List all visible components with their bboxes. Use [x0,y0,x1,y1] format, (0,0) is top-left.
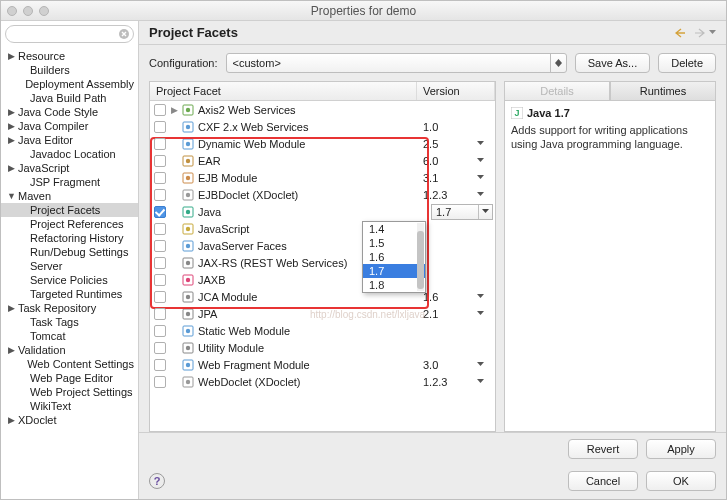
version-dropdown-icon[interactable] [467,192,493,197]
col-version[interactable]: Version [417,82,495,100]
facet-row[interactable]: EJBDoclet (XDoclet)1.2.3 [150,186,495,203]
sidebar-item-refactoring-history[interactable]: Refactoring History [1,231,138,245]
sidebar-item-web-content-settings[interactable]: Web Content Settings [1,357,138,371]
facet-row[interactable]: JavaServer Faces [150,237,495,254]
menu-dropdown-icon[interactable] [709,30,716,35]
facet-checkbox[interactable] [154,121,166,133]
scrollbar-thumb[interactable] [417,231,424,289]
facet-checkbox[interactable] [154,291,166,303]
sidebar-item-targeted-runtimes[interactable]: Targeted Runtimes [1,287,138,301]
sidebar-item-java-compiler[interactable]: ▶Java Compiler [1,119,138,133]
forward-icon[interactable] [693,28,705,38]
facet-row[interactable]: Static Web Module [150,322,495,339]
facet-row[interactable]: Web Fragment Module3.0 [150,356,495,373]
facet-checkbox[interactable] [154,223,166,235]
facet-checkbox[interactable] [154,240,166,252]
sidebar-item-jsp-fragment[interactable]: JSP Fragment [1,175,138,189]
sidebar-item-java-code-style[interactable]: ▶Java Code Style [1,105,138,119]
sidebar-item-validation[interactable]: ▶Validation [1,343,138,357]
ok-button[interactable]: OK [646,471,716,491]
disclosure-icon[interactable]: ▶ [7,415,16,425]
facet-checkbox[interactable] [154,189,166,201]
back-icon[interactable] [675,28,689,38]
sidebar-item-server[interactable]: Server [1,259,138,273]
sidebar-item-builders[interactable]: Builders [1,63,138,77]
facet-checkbox[interactable] [154,308,166,320]
facet-checkbox[interactable] [154,342,166,354]
facet-checkbox[interactable] [154,172,166,184]
facet-checkbox[interactable] [154,325,166,337]
disclosure-icon[interactable]: ▶ [7,135,16,145]
sidebar-item-service-policies[interactable]: Service Policies [1,273,138,287]
version-dropdown-icon[interactable] [467,294,493,299]
configuration-combo[interactable]: <custom> [226,53,567,73]
facet-checkbox[interactable] [154,376,166,388]
delete-button[interactable]: Delete [658,53,716,73]
sidebar-item-resource[interactable]: ▶Resource [1,49,138,63]
sidebar-item-project-facets[interactable]: Project Facets [1,203,138,217]
disclosure-icon[interactable]: ▶ [168,105,180,115]
tab-details[interactable]: Details [504,81,610,101]
tab-runtimes[interactable]: Runtimes [610,81,716,101]
sidebar-item-run-debug-settings[interactable]: Run/Debug Settings [1,245,138,259]
clear-search-icon[interactable] [118,28,130,40]
cancel-button[interactable]: Cancel [568,471,638,491]
facet-row[interactable]: WebDoclet (XDoclet)1.2.3 [150,373,495,390]
version-dropdown-icon[interactable] [467,311,493,316]
version-dropdown-list[interactable]: 1.41.51.61.71.8 [362,221,426,293]
version-combo[interactable]: 1.7 [431,204,493,220]
sidebar-item-xdoclet[interactable]: ▶XDoclet [1,413,138,427]
version-dropdown-icon[interactable] [467,141,493,146]
sidebar-item-project-references[interactable]: Project References [1,217,138,231]
facet-row[interactable]: JAXB [150,271,495,288]
disclosure-icon[interactable]: ▶ [7,121,16,131]
apply-button[interactable]: Apply [646,439,716,459]
save-as-button[interactable]: Save As... [575,53,651,73]
dropdown-option[interactable]: 1.8 [363,278,425,292]
sidebar-item-javadoc-location[interactable]: Javadoc Location [1,147,138,161]
version-dropdown-icon[interactable] [467,158,493,163]
facet-row[interactable]: Utility Module [150,339,495,356]
sidebar-item-java-editor[interactable]: ▶Java Editor [1,133,138,147]
disclosure-icon[interactable]: ▶ [7,303,16,313]
facet-row[interactable]: JPA2.1 [150,305,495,322]
version-dropdown-icon[interactable] [467,175,493,180]
facet-row[interactable]: JAX-RS (REST Web Services) [150,254,495,271]
facet-checkbox[interactable] [154,155,166,167]
facet-row[interactable]: Java1.7 [150,203,495,220]
version-dropdown-icon[interactable] [467,362,493,367]
disclosure-icon[interactable]: ▶ [7,107,16,117]
facet-checkbox[interactable] [154,138,166,150]
filter-input[interactable] [5,25,134,43]
disclosure-icon[interactable]: ▶ [7,345,16,355]
sidebar-item-java-build-path[interactable]: Java Build Path [1,91,138,105]
facet-row[interactable]: EAR6.0 [150,152,495,169]
disclosure-icon[interactable]: ▼ [7,191,16,201]
facet-checkbox[interactable] [154,206,166,218]
facet-checkbox[interactable] [154,359,166,371]
col-facet[interactable]: Project Facet [150,82,417,100]
sidebar-item-maven[interactable]: ▼Maven [1,189,138,203]
version-dropdown-icon[interactable] [467,379,493,384]
facet-checkbox[interactable] [154,257,166,269]
category-tree[interactable]: ▶ResourceBuildersDeployment AssemblyJava… [1,47,138,499]
dropdown-option[interactable]: 1.7 [363,264,425,278]
facet-checkbox[interactable] [154,274,166,286]
sidebar-item-deployment-assembly[interactable]: Deployment Assembly [1,77,138,91]
facet-row[interactable]: Dynamic Web Module2.5 [150,135,495,152]
dropdown-option[interactable]: 1.6 [363,250,425,264]
facet-row[interactable]: CXF 2.x Web Services1.0 [150,118,495,135]
help-icon[interactable]: ? [149,473,165,489]
disclosure-icon[interactable]: ▶ [7,51,16,61]
dropdown-option[interactable]: 1.5 [363,236,425,250]
sidebar-item-task-tags[interactable]: Task Tags [1,315,138,329]
dropdown-option[interactable]: 1.4 [363,222,425,236]
sidebar-item-wikitext[interactable]: WikiText [1,399,138,413]
facet-row[interactable]: ▶Axis2 Web Services [150,101,495,118]
sidebar-item-task-repository[interactable]: ▶Task Repository [1,301,138,315]
facet-row[interactable]: JavaScript [150,220,495,237]
facet-checkbox[interactable] [154,104,166,116]
sidebar-item-web-project-settings[interactable]: Web Project Settings [1,385,138,399]
sidebar-item-javascript[interactable]: ▶JavaScript [1,161,138,175]
sidebar-item-web-page-editor[interactable]: Web Page Editor [1,371,138,385]
